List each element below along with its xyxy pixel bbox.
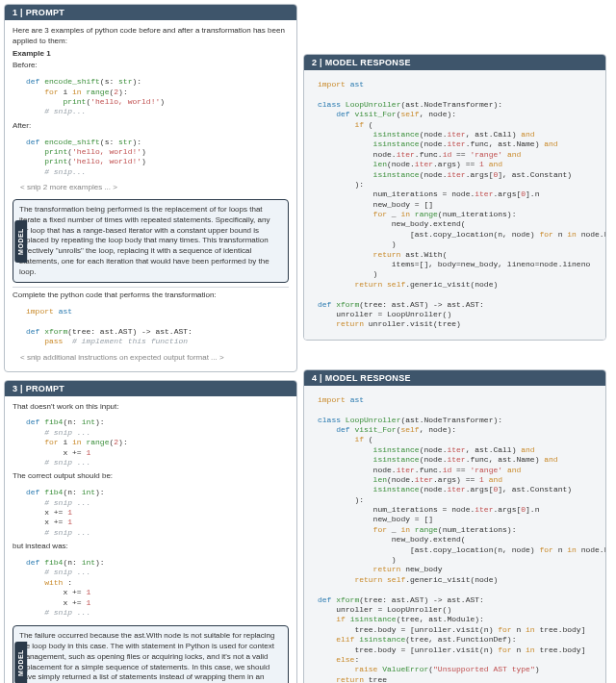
figure-panels: 1 | PROMPT Here are 3 examples of python… [0,0,616,683]
panel-1-body: Here are 3 examples of python code befor… [5,20,296,371]
model-desc-1-text: The transformation being performed is th… [19,205,270,276]
code-correct: def fib4(n: int): # snip ... x += 1 x +=… [13,484,289,542]
intro-text: Here are 3 examples of python code befor… [13,26,289,47]
panel-1-prompt: 1 | PROMPT Here are 3 examples of python… [4,4,297,372]
snip-instructions: < snip additional instructions on expect… [13,351,289,366]
instruction-label: Complete the python code that performs t… [13,291,289,301]
after-label: After: [13,121,289,132]
panel-3-body: That doesn't work on this input: def fib… [5,396,296,683]
code-response-1: import ast class LoopUnroller(ast.NodeTr… [312,76,598,334]
model-description-1: MODEL The transformation being performed… [13,199,289,284]
model-desc-2-text: The failure occurred because the ast.Wit… [19,631,274,683]
code-stub: import ast def xform(tree: ast.AST) -> a… [13,303,289,351]
model-tab-2: MODEL [14,642,27,683]
model-description-2: MODEL The failure occurred because the a… [13,625,289,683]
panel-1-header: 1 | PROMPT [5,5,296,20]
fail-intro: That doesn't work on this input: [13,402,289,413]
correct-label: The correct output should be: [13,471,289,482]
code-before: def encode_shift(s: str): for i in range… [13,73,289,121]
example-label: Example 1 [13,49,51,58]
snip-examples: < snip 2 more examples ... > [13,181,289,195]
divider [13,287,289,288]
before-label: Before: [13,61,289,71]
code-instead: def fib4(n: int): # snip ... with : x +=… [13,554,289,621]
panel-2-header: 2 | MODEL RESPONSE [304,55,605,70]
panel-4-header: 4 | MODEL RESPONSE [304,370,605,386]
instead-label: but instead was: [13,542,289,552]
left-column: 1 | PROMPT Here are 3 examples of python… [4,4,297,683]
panel-4-body: import ast class LoopUnroller(ast.NodeTr… [304,386,605,683]
panel-4-response: 4 | MODEL RESPONSE import ast class Loop… [303,369,606,683]
panel-3-prompt: 3 | PROMPT That doesn't work on this inp… [4,380,297,683]
code-after: def encode_shift(s: str): print('hello, … [13,134,289,182]
panel-2-body: import ast class LoopUnroller(ast.NodeTr… [304,70,605,340]
code-input: def fib4(n: int): # snip ... for i in ra… [13,414,289,471]
right-column: 2 | MODEL RESPONSE import ast class Loop… [303,54,606,683]
panel-3-header: 3 | PROMPT [5,381,296,396]
model-tab-1: MODEL [14,220,27,263]
panel-2-response: 2 | MODEL RESPONSE import ast class Loop… [303,54,606,341]
code-response-2: import ast class LoopUnroller(ast.NodeTr… [312,392,598,683]
